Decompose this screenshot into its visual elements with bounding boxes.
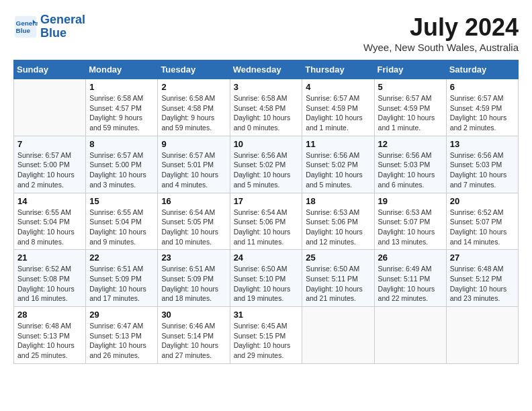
day-info: Sunrise: 6:50 AM Sunset: 5:10 PM Dayligh…: [234, 264, 299, 304]
logo-line1: General: [40, 13, 85, 26]
day-info: Sunrise: 6:50 AM Sunset: 5:11 PM Dayligh…: [306, 264, 370, 304]
table-cell: [374, 307, 446, 364]
day-info: Sunrise: 6:57 AM Sunset: 4:59 PM Dayligh…: [450, 93, 515, 133]
table-cell: [14, 79, 86, 136]
day-info: Sunrise: 6:56 AM Sunset: 5:03 PM Dayligh…: [450, 150, 515, 190]
header-tuesday: Tuesday: [158, 60, 230, 79]
table-cell: 2Sunrise: 6:58 AM Sunset: 4:58 PM Daylig…: [158, 79, 230, 136]
table-cell: 30Sunrise: 6:46 AM Sunset: 5:14 PM Dayli…: [158, 307, 230, 364]
table-cell: 1Sunrise: 6:58 AM Sunset: 4:57 PM Daylig…: [86, 79, 158, 136]
day-number: 27: [450, 253, 515, 263]
table-cell: 11Sunrise: 6:56 AM Sunset: 5:02 PM Dayli…: [302, 136, 374, 193]
day-number: 18: [306, 196, 370, 206]
header-saturday: Saturday: [446, 60, 518, 79]
table-cell: 14Sunrise: 6:55 AM Sunset: 5:04 PM Dayli…: [14, 193, 86, 250]
day-number: 1: [89, 82, 154, 92]
day-info: Sunrise: 6:47 AM Sunset: 5:13 PM Dayligh…: [89, 321, 154, 361]
svg-text:General: General: [16, 19, 38, 27]
week-row-3: 14Sunrise: 6:55 AM Sunset: 5:04 PM Dayli…: [14, 193, 519, 250]
day-number: 14: [17, 196, 82, 206]
day-number: 12: [378, 139, 443, 149]
table-cell: 16Sunrise: 6:54 AM Sunset: 5:05 PM Dayli…: [158, 193, 230, 250]
day-info: Sunrise: 6:57 AM Sunset: 5:00 PM Dayligh…: [89, 150, 154, 190]
day-info: Sunrise: 6:56 AM Sunset: 5:03 PM Dayligh…: [378, 150, 443, 190]
day-info: Sunrise: 6:53 AM Sunset: 5:06 PM Dayligh…: [306, 208, 370, 247]
week-row-5: 28Sunrise: 6:48 AM Sunset: 5:13 PM Dayli…: [14, 307, 519, 364]
table-cell: 26Sunrise: 6:49 AM Sunset: 5:11 PM Dayli…: [374, 250, 446, 307]
table-cell: 8Sunrise: 6:57 AM Sunset: 5:00 PM Daylig…: [86, 136, 158, 193]
logo-icon: General Blue: [13, 15, 38, 39]
day-info: Sunrise: 6:51 AM Sunset: 5:09 PM Dayligh…: [161, 264, 226, 304]
table-cell: 12Sunrise: 6:56 AM Sunset: 5:03 PM Dayli…: [374, 136, 446, 193]
table-cell: 23Sunrise: 6:51 AM Sunset: 5:09 PM Dayli…: [158, 250, 230, 307]
day-info: Sunrise: 6:45 AM Sunset: 5:15 PM Dayligh…: [234, 321, 299, 361]
logo-line2: Blue: [40, 26, 66, 40]
day-info: Sunrise: 6:52 AM Sunset: 5:08 PM Dayligh…: [17, 264, 82, 304]
table-cell: [446, 307, 518, 364]
table-cell: 4Sunrise: 6:57 AM Sunset: 4:59 PM Daylig…: [302, 79, 374, 136]
day-info: Sunrise: 6:57 AM Sunset: 5:01 PM Dayligh…: [161, 150, 226, 190]
table-cell: 27Sunrise: 6:48 AM Sunset: 5:12 PM Dayli…: [446, 250, 518, 307]
day-number: 5: [378, 82, 443, 92]
day-number: 29: [89, 310, 154, 320]
svg-text:Blue: Blue: [16, 27, 31, 34]
day-info: Sunrise: 6:58 AM Sunset: 4:57 PM Dayligh…: [89, 93, 154, 133]
table-cell: 15Sunrise: 6:55 AM Sunset: 5:04 PM Dayli…: [86, 193, 158, 250]
logo-text: General Blue: [40, 13, 85, 40]
day-number: 4: [306, 82, 370, 92]
day-number: 30: [161, 310, 226, 320]
table-cell: 13Sunrise: 6:56 AM Sunset: 5:03 PM Dayli…: [446, 136, 518, 193]
day-info: Sunrise: 6:49 AM Sunset: 5:11 PM Dayligh…: [378, 264, 443, 304]
day-info: Sunrise: 6:55 AM Sunset: 5:04 PM Dayligh…: [89, 208, 154, 247]
table-cell: 18Sunrise: 6:53 AM Sunset: 5:06 PM Dayli…: [302, 193, 374, 250]
day-info: Sunrise: 6:57 AM Sunset: 5:00 PM Dayligh…: [17, 150, 82, 190]
table-cell: 21Sunrise: 6:52 AM Sunset: 5:08 PM Dayli…: [14, 250, 86, 307]
day-number: 20: [450, 196, 515, 206]
header: General Blue General Blue July 2024 Wyee…: [13, 13, 519, 53]
table-cell: [302, 307, 374, 364]
week-row-4: 21Sunrise: 6:52 AM Sunset: 5:08 PM Dayli…: [14, 250, 519, 307]
calendar-header-row: SundayMondayTuesdayWednesdayThursdayFrid…: [14, 60, 519, 79]
day-info: Sunrise: 6:51 AM Sunset: 5:09 PM Dayligh…: [89, 264, 154, 304]
header-friday: Friday: [374, 60, 446, 79]
day-info: Sunrise: 6:57 AM Sunset: 4:59 PM Dayligh…: [378, 93, 443, 133]
calendar-table: SundayMondayTuesdayWednesdayThursdayFrid…: [13, 60, 519, 364]
table-cell: 20Sunrise: 6:52 AM Sunset: 5:07 PM Dayli…: [446, 193, 518, 250]
week-row-2: 7Sunrise: 6:57 AM Sunset: 5:00 PM Daylig…: [14, 136, 519, 193]
table-cell: 28Sunrise: 6:48 AM Sunset: 5:13 PM Dayli…: [14, 307, 86, 364]
day-info: Sunrise: 6:57 AM Sunset: 4:59 PM Dayligh…: [306, 93, 370, 133]
week-row-1: 1Sunrise: 6:58 AM Sunset: 4:57 PM Daylig…: [14, 79, 519, 136]
table-cell: 31Sunrise: 6:45 AM Sunset: 5:15 PM Dayli…: [230, 307, 302, 364]
day-number: 11: [306, 139, 370, 149]
day-number: 16: [161, 196, 226, 206]
day-number: 22: [89, 253, 154, 263]
day-number: 13: [450, 139, 515, 149]
table-cell: 25Sunrise: 6:50 AM Sunset: 5:11 PM Dayli…: [302, 250, 374, 307]
day-number: 3: [234, 82, 299, 92]
day-info: Sunrise: 6:54 AM Sunset: 5:06 PM Dayligh…: [234, 208, 299, 247]
day-number: 2: [161, 82, 226, 92]
day-info: Sunrise: 6:46 AM Sunset: 5:14 PM Dayligh…: [161, 321, 226, 361]
table-cell: 19Sunrise: 6:53 AM Sunset: 5:07 PM Dayli…: [374, 193, 446, 250]
day-number: 10: [234, 139, 299, 149]
day-number: 19: [378, 196, 443, 206]
table-cell: 24Sunrise: 6:50 AM Sunset: 5:10 PM Dayli…: [230, 250, 302, 307]
header-wednesday: Wednesday: [230, 60, 302, 79]
day-number: 15: [89, 196, 154, 206]
table-cell: 10Sunrise: 6:56 AM Sunset: 5:02 PM Dayli…: [230, 136, 302, 193]
day-info: Sunrise: 6:54 AM Sunset: 5:05 PM Dayligh…: [161, 208, 226, 247]
header-thursday: Thursday: [302, 60, 374, 79]
table-cell: 5Sunrise: 6:57 AM Sunset: 4:59 PM Daylig…: [374, 79, 446, 136]
day-number: 31: [234, 310, 299, 320]
day-info: Sunrise: 6:58 AM Sunset: 4:58 PM Dayligh…: [161, 93, 226, 133]
title-area: July 2024 Wyee, New South Wales, Austral…: [363, 13, 519, 53]
table-cell: 6Sunrise: 6:57 AM Sunset: 4:59 PM Daylig…: [446, 79, 518, 136]
table-cell: 3Sunrise: 6:58 AM Sunset: 4:58 PM Daylig…: [230, 79, 302, 136]
day-info: Sunrise: 6:52 AM Sunset: 5:07 PM Dayligh…: [450, 208, 515, 247]
day-number: 23: [161, 253, 226, 263]
table-cell: 22Sunrise: 6:51 AM Sunset: 5:09 PM Dayli…: [86, 250, 158, 307]
day-number: 21: [17, 253, 82, 263]
day-info: Sunrise: 6:48 AM Sunset: 5:12 PM Dayligh…: [450, 264, 515, 304]
table-cell: 7Sunrise: 6:57 AM Sunset: 5:00 PM Daylig…: [14, 136, 86, 193]
day-number: 7: [17, 139, 82, 149]
